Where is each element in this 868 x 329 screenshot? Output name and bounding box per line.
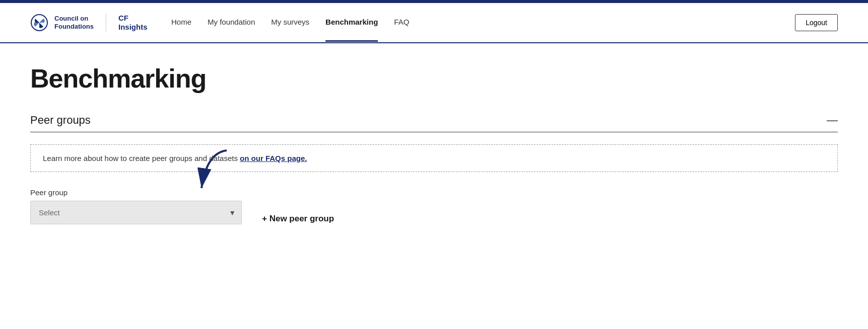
- nav-item-faq[interactable]: FAQ: [394, 4, 409, 42]
- faqs-link[interactable]: on our FAQs page.: [240, 154, 307, 162]
- logo-primary-text: Council on: [54, 15, 94, 23]
- peer-group-label: Peer group: [30, 188, 838, 197]
- logo-area: Council on Foundations CF Insights: [30, 14, 171, 32]
- page-title: Benchmarking: [30, 63, 838, 94]
- peer-group-select-wrapper: Select ▼: [30, 201, 242, 224]
- nav-item-benchmarking[interactable]: Benchmarking: [325, 4, 378, 42]
- logo-divider: [106, 14, 106, 32]
- peer-group-controls-wrapper: Peer group Select ▼ + New peer group: [30, 188, 838, 224]
- logo-secondary-text2: Insights: [118, 23, 148, 32]
- logo-secondary-text1: CF: [118, 14, 148, 23]
- council-logo-icon: [30, 14, 48, 32]
- header: Council on Foundations CF Insights Home …: [0, 3, 868, 43]
- collapse-icon[interactable]: —: [827, 115, 838, 126]
- peer-groups-section-header: Peer groups —: [30, 114, 838, 132]
- nav-item-my-surveys[interactable]: My surveys: [271, 4, 309, 42]
- logo-text-secondary: CF Insights: [118, 14, 148, 32]
- nav-item-my-foundation[interactable]: My foundation: [208, 4, 255, 42]
- logo-primary-text2: Foundations: [54, 23, 94, 31]
- header-right: Logout: [795, 14, 838, 31]
- peer-group-field: Peer group Select ▼ + New peer group: [30, 188, 838, 224]
- info-box-text: Learn more about how to create peer grou…: [43, 154, 240, 162]
- logo-text-primary: Council on Foundations: [54, 15, 94, 30]
- peer-group-select[interactable]: Select: [30, 201, 242, 224]
- info-box: Learn more about how to create peer grou…: [30, 144, 838, 172]
- main-nav: Home My foundation My surveys Benchmarki…: [171, 4, 795, 42]
- main-content: Benchmarking Peer groups — Learn more ab…: [0, 43, 868, 255]
- nav-item-home[interactable]: Home: [171, 4, 191, 42]
- new-peer-group-button[interactable]: + New peer group: [262, 214, 334, 224]
- peer-groups-title: Peer groups: [30, 114, 91, 127]
- logout-button[interactable]: Logout: [795, 14, 838, 31]
